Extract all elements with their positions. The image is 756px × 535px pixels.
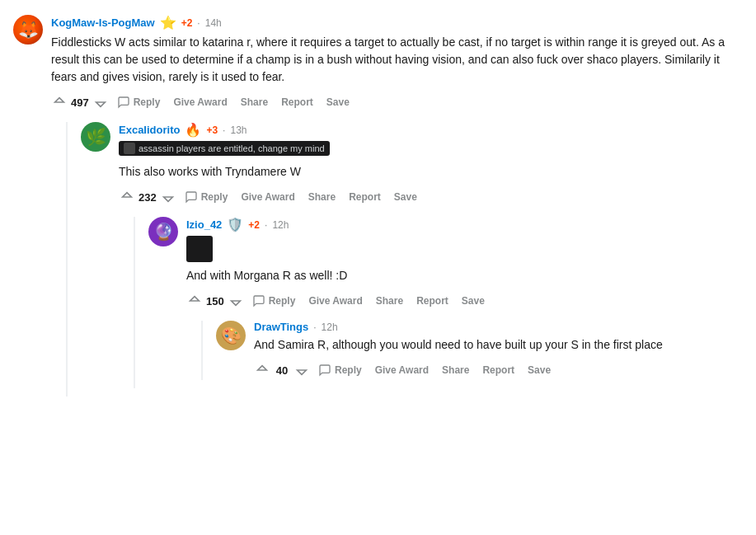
comment-header: Izio_42 🛡️ +2 · 12h <box>186 217 743 232</box>
vote-count: 232 <box>139 191 157 204</box>
action-bar: 150 Reply <box>186 291 743 311</box>
upvote-button[interactable] <box>254 362 270 378</box>
upvote-button[interactable] <box>51 94 68 110</box>
vote-count: 40 <box>274 364 290 377</box>
comment-header: Excalidorito 🔥 +3 · 13h <box>119 122 743 138</box>
reply-button[interactable]: Reply <box>313 360 367 380</box>
quoted-flair-text: assassin players are entitled, change my… <box>139 143 325 153</box>
comment-body: DrawTings · 12h And Samira R, although y… <box>254 321 743 380</box>
report-button[interactable]: Report <box>411 292 453 310</box>
downvote-button[interactable] <box>92 94 109 110</box>
karma-badge: +2 <box>248 219 260 231</box>
username[interactable]: KogMaw-Is-PogMaw <box>51 16 155 29</box>
dot-separator: · <box>197 17 200 29</box>
avatar: 🔮 <box>148 217 178 246</box>
vote-count: 150 <box>206 295 224 307</box>
comment-body: KogMaw-Is-PogMaw ⭐ +2 · 14h Fiddlesticks… <box>51 15 743 405</box>
username[interactable]: DrawTings <box>254 321 308 333</box>
dot-separator: · <box>313 321 316 333</box>
vote-section: 497 <box>51 94 109 110</box>
comment-header: DrawTings · 12h <box>254 321 743 333</box>
timestamp: 13h <box>230 124 247 136</box>
reply-button[interactable]: Reply <box>180 187 233 207</box>
timestamp: 12h <box>322 321 338 333</box>
comment-text: Fiddlesticks W acts similar to katarina … <box>51 34 743 86</box>
save-button[interactable]: Save <box>523 361 556 379</box>
give-award-button[interactable]: Give Award <box>168 93 232 111</box>
share-button[interactable]: Share <box>236 93 273 111</box>
nested-comments: 🌿 Excalidorito 🔥 +3 · 13h <box>66 122 743 397</box>
vote-section: 40 <box>254 362 310 378</box>
upvote-button[interactable] <box>186 293 203 309</box>
comment-4: 🎨 DrawTings · 12h <box>216 321 743 380</box>
flair-icon: 🔥 <box>185 122 201 138</box>
quoted-flair: assassin players are entitled, change my… <box>119 141 330 156</box>
upvote-button[interactable] <box>119 189 135 205</box>
comment-1: 🦊 KogMaw-Is-PogMaw ⭐ +2 · 14h Fiddlestic… <box>13 15 743 405</box>
save-button[interactable]: Save <box>322 93 355 111</box>
avatar: 🎨 <box>216 321 246 350</box>
downvote-button[interactable] <box>293 362 310 378</box>
vote-count: 497 <box>71 96 89 109</box>
avatar: 🦊 <box>13 15 43 45</box>
comment-text: And with Morgana R as well! :D <box>186 267 743 284</box>
comment-text: This also works with Tryndamere W <box>119 163 743 181</box>
save-button[interactable]: Save <box>389 188 422 206</box>
downvote-button[interactable] <box>228 293 244 309</box>
dot-separator: · <box>265 219 267 231</box>
image-preview <box>186 236 213 262</box>
report-button[interactable]: Report <box>477 361 519 379</box>
action-bar: 40 <box>254 360 743 380</box>
give-award-button[interactable]: Give Award <box>370 361 434 379</box>
comment-body: Izio_42 🛡️ +2 · 12h And <box>186 217 743 388</box>
comment-2: 🌿 Excalidorito 🔥 +3 · 13h <box>81 122 743 397</box>
timestamp: 12h <box>272 219 289 231</box>
vote-section: 150 <box>186 293 244 309</box>
report-button[interactable]: Report <box>344 188 386 206</box>
share-button[interactable]: Share <box>303 188 340 206</box>
give-award-button[interactable]: Give Award <box>236 188 299 206</box>
timestamp: 14h <box>205 17 222 29</box>
image-preview-container <box>186 236 743 262</box>
comment-text: And Samira R, although you would need to… <box>254 336 743 354</box>
dot-separator: · <box>223 124 225 136</box>
flair-icon: 🛡️ <box>227 217 243 232</box>
give-award-button[interactable]: Give Award <box>303 292 367 310</box>
reply-button[interactable]: Reply <box>247 291 301 311</box>
nested-comments-3: 🎨 DrawTings · 12h <box>201 321 743 380</box>
username[interactable]: Izio_42 <box>186 218 222 231</box>
karma-badge: +3 <box>206 124 218 136</box>
downvote-button[interactable] <box>160 189 176 205</box>
nested-comments-2: 🔮 Izio_42 🛡️ +2 · 12h <box>134 217 743 388</box>
vote-section: 232 <box>119 189 176 205</box>
avatar: 🌿 <box>81 122 110 152</box>
report-button[interactable]: Report <box>276 93 318 111</box>
save-button[interactable]: Save <box>457 292 490 310</box>
karma-badge: +2 <box>181 17 193 29</box>
share-button[interactable]: Share <box>437 361 474 379</box>
comment-thread: 🦊 KogMaw-Is-PogMaw ⭐ +2 · 14h Fiddlestic… <box>13 8 743 420</box>
flair-preview-icon <box>124 143 135 154</box>
comment-3: 🔮 Izio_42 🛡️ +2 · 12h <box>148 217 743 388</box>
reply-button[interactable]: Reply <box>112 92 166 112</box>
comment-body: Excalidorito 🔥 +3 · 13h assassin players… <box>119 122 743 397</box>
comment-header: KogMaw-Is-PogMaw ⭐ +2 · 14h <box>51 15 743 31</box>
quoted-flair-container: assassin players are entitled, change my… <box>119 141 743 159</box>
username[interactable]: Excalidorito <box>119 124 180 136</box>
action-bar: 497 Reply Give Award Share <box>51 92 743 112</box>
flair-icon: ⭐ <box>160 15 176 31</box>
share-button[interactable]: Share <box>371 292 408 310</box>
action-bar: 232 Reply Give Award <box>119 187 743 207</box>
